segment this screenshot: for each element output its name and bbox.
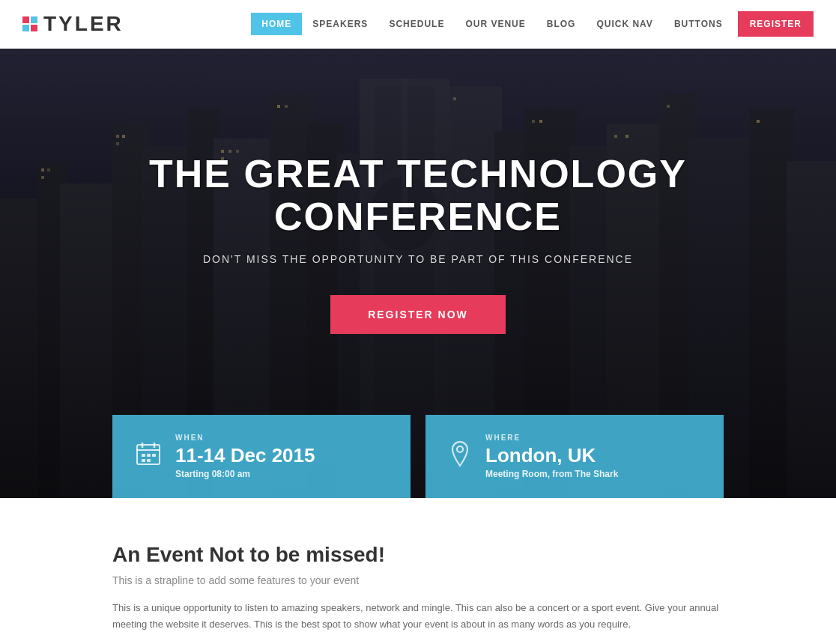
where-text: WHERE London, UK Meeting Room, from The … xyxy=(485,434,618,479)
nav-item-buttons[interactable]: BUTTONS xyxy=(664,13,733,35)
hero-title: THE GREAT TECHNOLOGY CONFERENCE xyxy=(149,153,687,238)
where-box: WHERE London, UK Meeting Room, from The … xyxy=(425,415,724,498)
when-text: WHEN 11-14 Dec 2015 Starting 08:00 am xyxy=(175,434,315,479)
where-value: London, UK xyxy=(485,445,618,467)
about-subtitle: This is a strapline to add some features… xyxy=(112,574,724,586)
svg-rect-56 xyxy=(147,454,151,457)
where-label: WHERE xyxy=(485,434,618,442)
svg-rect-57 xyxy=(152,454,156,457)
nav-item-quick-nav[interactable]: QUICK NAV xyxy=(586,13,663,35)
nav-item-schedule[interactable]: SCHEDULE xyxy=(378,13,455,35)
nav-item-our-venue[interactable]: OUR VENUE xyxy=(455,13,536,35)
svg-rect-55 xyxy=(142,454,145,457)
logo-icon xyxy=(22,16,37,31)
nav-item-blog[interactable]: BLOG xyxy=(536,13,587,35)
logo-text: TYLER xyxy=(43,12,124,36)
about-title: An Event Not to be missed! xyxy=(112,543,724,567)
header: TYLER HOMESPEAKERSSCHEDULEOUR VENUEBLOGQ… xyxy=(0,0,836,49)
nav-item-speakers[interactable]: SPEAKERS xyxy=(302,13,378,35)
calendar-icon xyxy=(135,440,162,473)
info-boxes: WHEN 11-14 Dec 2015 Starting 08:00 am WH… xyxy=(0,415,836,498)
nav-item-register[interactable]: REGISTER xyxy=(738,11,814,37)
logo: TYLER xyxy=(22,12,124,36)
about-body: This is a unique opportunity to listen t… xyxy=(112,600,724,633)
svg-rect-58 xyxy=(142,459,145,462)
svg-point-60 xyxy=(457,446,463,452)
about-section: An Event Not to be missed! This is a str… xyxy=(0,498,836,644)
when-box: WHEN 11-14 Dec 2015 Starting 08:00 am xyxy=(112,415,411,498)
when-value: 11-14 Dec 2015 xyxy=(175,445,315,467)
main-nav: HOMESPEAKERSSCHEDULEOUR VENUEBLOGQUICK N… xyxy=(251,11,814,37)
when-sub: Starting 08:00 am xyxy=(175,469,315,479)
location-icon xyxy=(448,440,472,473)
nav-item-home[interactable]: HOME xyxy=(251,13,302,35)
when-label: WHEN xyxy=(175,434,315,442)
hero-section: THE GREAT TECHNOLOGY CONFERENCE DON'T MI… xyxy=(0,49,836,498)
svg-rect-59 xyxy=(147,459,151,462)
hero-subtitle: DON'T MISS THE OPPORTUNITY TO BE PART OF… xyxy=(203,253,633,265)
where-sub: Meeting Room, from The Shark xyxy=(485,469,618,479)
register-now-button[interactable]: REGISTER NOW xyxy=(330,295,506,334)
